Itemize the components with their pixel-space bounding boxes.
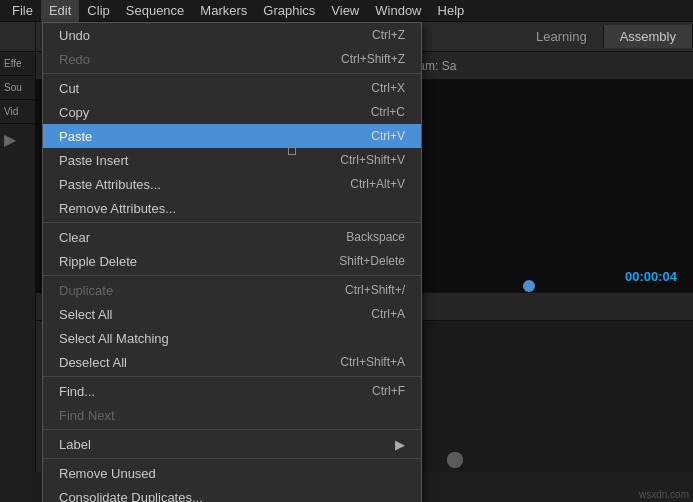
video-label: Vid <box>2 104 33 119</box>
left-panel-tab <box>0 22 35 52</box>
tab-learning[interactable]: Learning <box>520 25 604 48</box>
menu-item-find[interactable]: Find... Ctrl+F <box>43 379 421 403</box>
menu-help[interactable]: Help <box>430 0 473 22</box>
menu-file[interactable]: File <box>4 0 41 22</box>
menu-item-ripple-delete[interactable]: Ripple Delete Shift+Delete <box>43 249 421 273</box>
menu-item-undo[interactable]: Undo Ctrl+Z <box>43 23 421 47</box>
menu-bar: File Edit Clip Sequence Markers Graphics… <box>0 0 693 22</box>
separator-2 <box>43 222 421 223</box>
separator-4 <box>43 376 421 377</box>
menu-item-cut[interactable]: Cut Ctrl+X <box>43 76 421 100</box>
menu-item-label[interactable]: Label ▶ <box>43 432 421 456</box>
menu-item-paste-insert[interactable]: Paste Insert Ctrl+Shift+V <box>43 148 421 172</box>
menu-item-remove-unused[interactable]: Remove Unused <box>43 461 421 485</box>
menu-item-select-all[interactable]: Select All Ctrl+A <box>43 302 421 326</box>
video-panel-section: Vid <box>0 100 35 124</box>
menu-window[interactable]: Window <box>367 0 429 22</box>
timecode-display: 00:00:04 <box>617 269 685 284</box>
menu-markers[interactable]: Markers <box>192 0 255 22</box>
misc-section: ▶ <box>0 124 35 155</box>
scroll-indicator[interactable] <box>447 452 463 468</box>
edit-dropdown-menu: Undo Ctrl+Z Redo Ctrl+Shift+Z Cut Ctrl+X… <box>42 22 422 502</box>
menu-item-paste-attributes[interactable]: Paste Attributes... Ctrl+Alt+V <box>43 172 421 196</box>
separator-6 <box>43 458 421 459</box>
menu-view[interactable]: View <box>323 0 367 22</box>
expand-icon[interactable]: ▶ <box>2 128 33 151</box>
menu-item-duplicate[interactable]: Duplicate Ctrl+Shift+/ <box>43 278 421 302</box>
menu-item-clear[interactable]: Clear Backspace <box>43 225 421 249</box>
separator-5 <box>43 429 421 430</box>
watermark: wsxdn.com <box>639 489 689 500</box>
separator-3 <box>43 275 421 276</box>
menu-item-deselect-all[interactable]: Deselect All Ctrl+Shift+A <box>43 350 421 374</box>
menu-item-select-all-matching[interactable]: Select All Matching <box>43 326 421 350</box>
source-panel-section: Sou <box>0 76 35 100</box>
effects-label[interactable]: Effe <box>2 56 33 71</box>
effects-panel-section: Effe <box>0 52 35 76</box>
menu-clip[interactable]: Clip <box>79 0 117 22</box>
playhead-marker[interactable] <box>523 280 535 292</box>
menu-item-paste[interactable]: Paste Ctrl+V <box>43 124 421 148</box>
menu-sequence[interactable]: Sequence <box>118 0 193 22</box>
left-panels: Effe Sou Vid ▶ <box>0 22 36 472</box>
menu-item-redo[interactable]: Redo Ctrl+Shift+Z <box>43 47 421 71</box>
label-arrow-icon: ▶ <box>395 437 405 452</box>
separator-1 <box>43 73 421 74</box>
menu-edit[interactable]: Edit <box>41 0 79 22</box>
menu-item-find-next[interactable]: Find Next <box>43 403 421 427</box>
source-label: Sou <box>2 80 33 95</box>
menu-graphics[interactable]: Graphics <box>255 0 323 22</box>
menu-item-remove-attributes[interactable]: Remove Attributes... <box>43 196 421 220</box>
menu-item-copy[interactable]: Copy Ctrl+C <box>43 100 421 124</box>
tab-assembly[interactable]: Assembly <box>604 25 693 48</box>
menu-item-consolidate[interactable]: Consolidate Duplicates... <box>43 485 421 502</box>
